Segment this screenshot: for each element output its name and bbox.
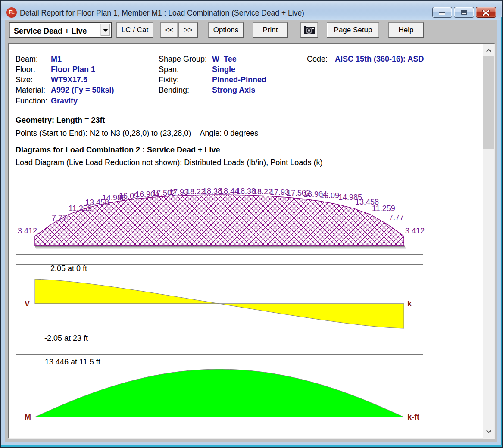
svg-text:k-ft: k-ft — [407, 413, 419, 421]
svg-text:16.09: 16.09 — [320, 191, 339, 200]
svg-text:Gravity: Gravity — [51, 96, 78, 105]
svg-text:-2.05 at 23 ft: -2.05 at 23 ft — [44, 334, 88, 342]
svg-text:Floor Plan 1: Floor Plan 1 — [51, 65, 95, 74]
svg-text:Material:: Material: — [16, 86, 45, 94]
svg-text:Pinned-Pinned: Pinned-Pinned — [212, 75, 266, 84]
svg-text:Load Diagram (Live Load Reduct: Load Diagram (Live Load Reduction not sh… — [16, 158, 322, 167]
svg-text:M: M — [25, 413, 31, 421]
svg-text:Code:: Code: — [307, 55, 328, 63]
svg-text:A992 (Fy = 50ksi): A992 (Fy = 50ksi) — [51, 86, 114, 94]
svg-text:13.446 at 11.5 ft: 13.446 at 11.5 ft — [45, 358, 100, 366]
svg-text:11.259: 11.259 — [372, 204, 395, 213]
svg-text:WT9X17.5: WT9X17.5 — [51, 75, 87, 84]
svg-text:Points (Start to End): N2 to N: Points (Start to End): N2 to N3 (0,28,0)… — [16, 129, 258, 137]
svg-text:Bending:: Bending: — [159, 86, 189, 94]
svg-text:Diagrams for Load Combination: Diagrams for Load Combination 2 : Servic… — [16, 146, 220, 154]
svg-text:Fixity:: Fixity: — [159, 75, 179, 84]
svg-text:2.05 at 0 ft: 2.05 at 0 ft — [50, 264, 87, 273]
svg-text:k: k — [407, 299, 412, 308]
svg-text:AISC 15th (360-16): ASD: AISC 15th (360-16): ASD — [335, 55, 424, 63]
svg-text:Span:: Span: — [159, 65, 179, 74]
svg-text:W_Tee: W_Tee — [212, 55, 237, 63]
svg-text:3.412: 3.412 — [18, 227, 37, 235]
svg-text:Shape Group:: Shape Group: — [159, 55, 207, 63]
svg-text:Strong Axis: Strong Axis — [212, 86, 255, 94]
svg-text:Geometry: Length = 23ft: Geometry: Length = 23ft — [16, 116, 105, 124]
svg-text:V: V — [25, 299, 30, 308]
svg-text:Floor:: Floor: — [16, 65, 35, 74]
svg-text:M1: M1 — [51, 55, 62, 63]
svg-text:7.77: 7.77 — [52, 214, 67, 222]
svg-text:Function:: Function: — [16, 96, 47, 105]
svg-text:Size:: Size: — [16, 75, 33, 84]
svg-text:Single: Single — [212, 65, 235, 74]
svg-text:Beam:: Beam: — [16, 55, 38, 63]
svg-text:7.77: 7.77 — [389, 213, 404, 222]
svg-text:3.412: 3.412 — [405, 227, 425, 235]
